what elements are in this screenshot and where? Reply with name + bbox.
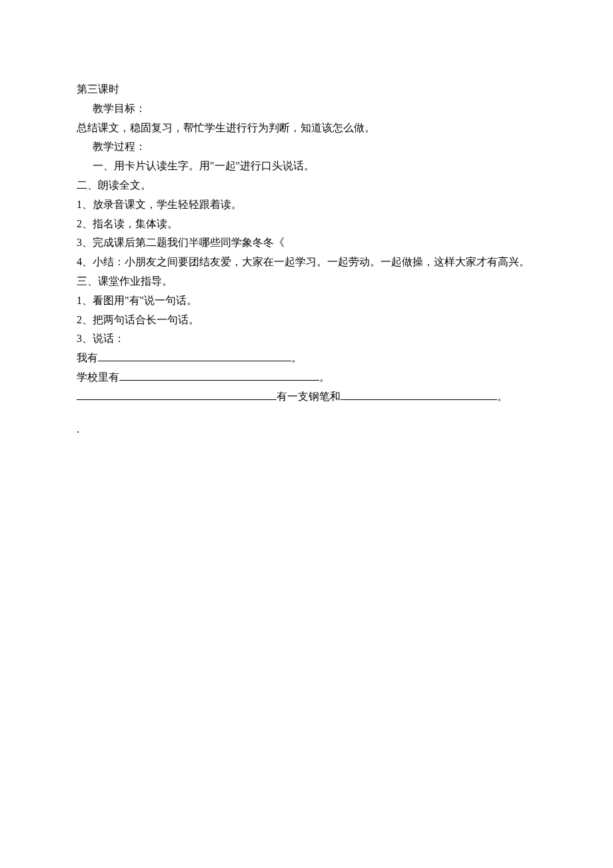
section-2-title: 二、朗读全文。 <box>77 176 536 195</box>
process-label: 教学过程： <box>77 137 536 157</box>
end-dot: . <box>77 420 536 439</box>
blank-1 <box>98 350 291 362</box>
section-2-item-4: 4、小结：小朋友之间要团结友爱，大家在一起学习。一起劳动。一起做操，这样大家才有… <box>77 253 536 272</box>
fill3-suffix: 。 <box>497 391 508 402</box>
fill-line-2: 学校里有。 <box>77 368 536 387</box>
fill-line-3: 有一支钢笔和。 <box>77 387 536 407</box>
blank-3b <box>340 388 497 400</box>
objective-label: 教学目标： <box>77 99 536 119</box>
fill1-suffix: 。 <box>291 352 302 363</box>
section-3-item-3: 3、说话： <box>77 329 536 349</box>
section-3-item-2: 2、把两句话合长一句话。 <box>77 311 536 330</box>
fill-line-1: 我有。 <box>77 349 536 368</box>
fill2-prefix: 学校里有 <box>77 371 119 383</box>
fill3-mid: 有一支钢笔和 <box>277 391 340 402</box>
section-2-item-1: 1、放录音课文，学生轻轻跟着读。 <box>77 195 536 215</box>
section-1: 一、用卡片认读生字。用"一起"进行口头说话。 <box>77 157 536 176</box>
section-2-item-2: 2、指名读，集体读。 <box>77 215 536 234</box>
fill1-prefix: 我有 <box>77 352 98 363</box>
fill2-suffix: 。 <box>319 371 330 383</box>
blank-2 <box>119 369 319 381</box>
objective-text: 总结课文，稳固复习，帮忙学生进行行为判断，知道该怎么做。 <box>77 119 536 138</box>
section-3-title: 三、课堂作业指导。 <box>77 272 536 291</box>
section-2-item-3: 3、完成课后第二题我们半哪些同学象冬冬《 <box>77 233 536 253</box>
lesson-title: 第三课时 <box>77 80 536 99</box>
blank-3a <box>77 388 277 400</box>
section-3-item-1: 1、看图用"有"说一句话。 <box>77 291 536 311</box>
